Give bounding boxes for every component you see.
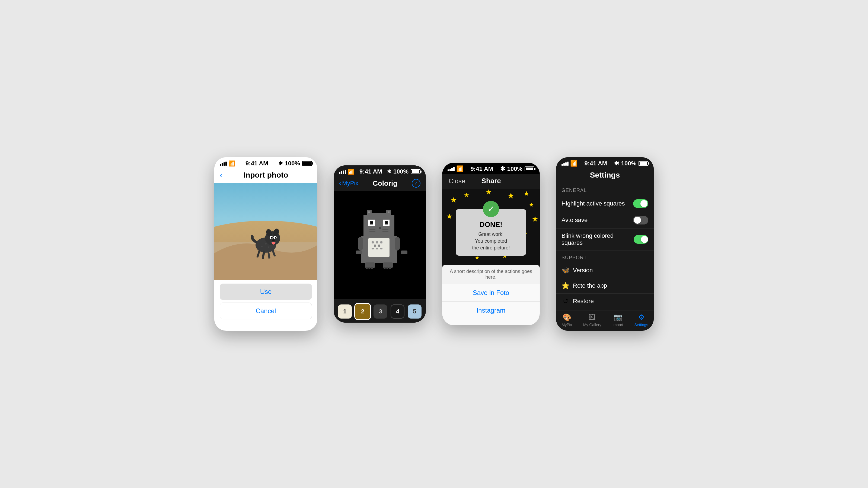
svg-rect-41 (376, 248, 378, 250)
tab-import[interactable]: 📷 Import (613, 313, 623, 327)
color-1-label: 1 (343, 308, 346, 315)
star5: ★ (524, 190, 529, 197)
done-checkmark-btn[interactable]: ✓ (412, 179, 421, 188)
restore-row[interactable]: ↺ Restore (556, 294, 654, 309)
signal-1 (220, 162, 227, 166)
save-foto-button[interactable]: Save in Foto (442, 284, 540, 302)
b2 (341, 171, 342, 174)
done-line3: the entire picture! (472, 245, 510, 251)
color-2[interactable]: 2 (355, 304, 371, 319)
action-sheet: A short description of the actions goes … (442, 265, 540, 325)
bar4 (225, 162, 227, 166)
signal-2 (339, 170, 346, 174)
star2: ★ (464, 192, 469, 198)
svg-rect-50 (383, 267, 386, 269)
battery-label-2: 100% (393, 168, 408, 175)
back-mypix[interactable]: ‹ MyPix (339, 180, 358, 187)
star-icon: ⭐ (561, 282, 569, 290)
share-title: Share (482, 177, 501, 185)
done-checkmark: ✓ (483, 201, 499, 217)
instagram-button[interactable]: Instagram (442, 302, 540, 319)
status-left-4: 📶 (561, 160, 578, 167)
svg-rect-47 (366, 267, 368, 269)
tab-gallery[interactable]: 🖼 My Gallery (583, 313, 601, 327)
battery-fill-3 (526, 167, 533, 170)
signal-3 (447, 167, 455, 171)
svg-point-15 (268, 247, 269, 248)
cancel-button-1[interactable]: Cancel (220, 302, 312, 319)
blink-row: Blink wrong colored squares (556, 229, 654, 251)
status-left-1: 📶 (220, 160, 235, 167)
action-description: A short description of the actions goes … (442, 265, 540, 284)
color-4-label: 4 (396, 308, 399, 315)
close-button[interactable]: Close (448, 177, 465, 185)
status-right-2: ✱ 100% (387, 168, 421, 175)
wifi-1: 📶 (228, 160, 235, 167)
color-5-label: 5 (413, 308, 416, 315)
color-1[interactable]: 1 (338, 304, 352, 319)
color-5[interactable]: 5 (408, 304, 422, 319)
battery-1 (302, 161, 312, 166)
import-header: ‹ Inport photo (214, 169, 317, 183)
rate-left: ⭐ Rete the app (561, 282, 607, 290)
blink-label: Blink wrong colored squares (561, 232, 633, 247)
back-button-1[interactable]: ‹ (220, 171, 222, 180)
battery-fill-4 (640, 162, 647, 165)
battery-label-4: 100% (621, 160, 637, 167)
tab-bar: 🎨 MyPix 🖼 My Gallery 📷 Import ⚙ Settings (556, 310, 654, 331)
bluetooth-1: ✱ (279, 161, 283, 166)
phone-colorig: 📶 9:41 AM ✱ 100% ‹ MyPix Colorig ✓ (334, 165, 426, 323)
battery-4 (639, 161, 648, 166)
share-button[interactable]: Share (442, 319, 540, 325)
svg-point-11 (272, 239, 275, 241)
star1: ★ (450, 196, 457, 204)
bluetooth-2: ✱ (387, 169, 391, 174)
star3: ★ (486, 189, 492, 196)
tab-settings[interactable]: ⚙ Settings (634, 313, 648, 327)
status-left-2: 📶 (339, 168, 354, 175)
svg-rect-26 (371, 222, 373, 223)
battery-label-1: 100% (285, 160, 300, 167)
avtosave-row: Avto save (556, 212, 654, 229)
avtosave-label: Avto save (561, 217, 588, 224)
blink-toggle[interactable] (633, 235, 648, 244)
color-3[interactable]: 3 (373, 304, 388, 319)
highlight-toggle[interactable] (633, 199, 648, 208)
svg-rect-37 (380, 241, 382, 243)
svg-point-10 (275, 237, 276, 238)
back-chevron-2: ‹ (339, 180, 341, 187)
svg-point-13 (265, 243, 267, 245)
tab-mypix[interactable]: 🎨 MyPix (562, 313, 572, 327)
b4 (345, 170, 346, 174)
avtosave-toggle[interactable] (633, 216, 648, 225)
restore-label: Restore (573, 298, 594, 305)
g4 (567, 162, 568, 166)
toggle-thumb-2 (634, 217, 641, 224)
time-2: 9:41 AM (360, 168, 382, 175)
battery-label-3: 100% (507, 165, 522, 172)
svg-rect-48 (368, 267, 371, 269)
photo-buttons: Use Cancel (214, 280, 317, 323)
svg-rect-32 (382, 231, 389, 232)
color-3-label: 3 (379, 308, 382, 315)
color-4[interactable]: 4 (391, 304, 404, 319)
use-button[interactable]: Use (220, 284, 312, 300)
svg-rect-43 (358, 237, 363, 251)
bar2 (222, 163, 223, 166)
svg-rect-27 (386, 222, 388, 223)
star4: ★ (507, 191, 515, 200)
svg-rect-36 (376, 241, 378, 243)
version-row[interactable]: 🦋 Version (556, 263, 654, 278)
share-header: Close Share (442, 174, 540, 189)
status-right-1: ✱ 100% (279, 160, 312, 167)
b3 (343, 170, 344, 174)
tab-settings-icon: ⚙ (638, 313, 645, 322)
star8: ★ (532, 215, 538, 223)
bar3 (223, 162, 225, 166)
rate-row[interactable]: ⭐ Rete the app (556, 278, 654, 294)
svg-point-9 (271, 237, 273, 238)
svg-rect-29 (369, 229, 375, 230)
pixel-canvas[interactable] (334, 191, 426, 299)
highlight-label: Highlight active squares (561, 200, 625, 207)
photo-svg (214, 183, 317, 280)
